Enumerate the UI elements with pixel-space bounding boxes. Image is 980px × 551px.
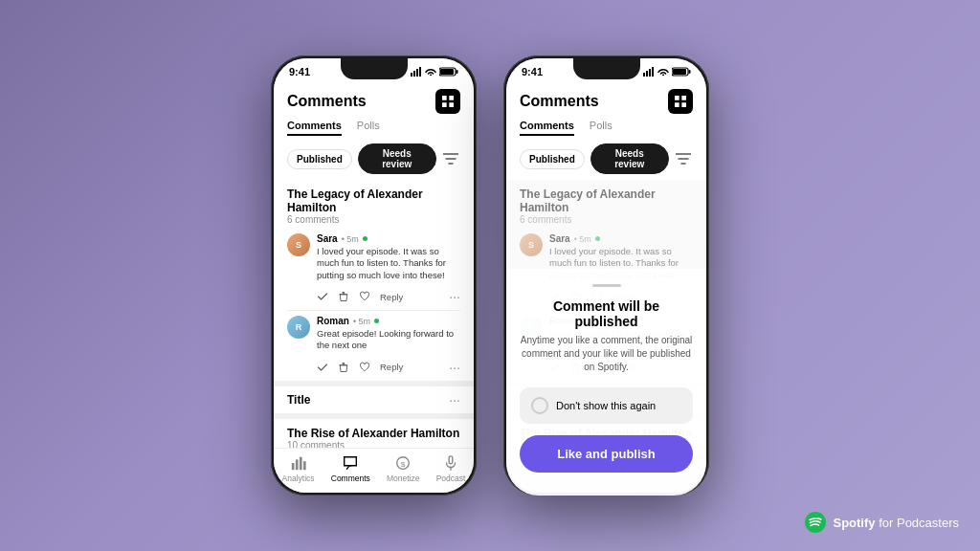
heart-roman-1[interactable] (359, 362, 370, 373)
app-header-2: Comments Comments Polls Published Needs … (506, 81, 706, 180)
filter-published-1[interactable]: Published (287, 149, 352, 169)
trash-roman-1[interactable] (338, 362, 349, 373)
heart-icon-roman (359, 362, 370, 373)
modal-overlay: Comment will be published Anytime you li… (506, 269, 706, 493)
like-publish-button[interactable]: Like and publish (520, 435, 693, 473)
filter-needs-review-1[interactable]: Needs review (358, 143, 436, 174)
check-icon-roman (317, 362, 328, 373)
more-roman-1[interactable]: ··· (449, 360, 460, 375)
reply-roman-1[interactable]: Reply (380, 362, 403, 372)
svg-rect-6 (440, 69, 454, 75)
status-icons-1 (411, 67, 458, 77)
online-dot-roman-1 (374, 319, 379, 323)
svg-rect-17 (649, 69, 651, 77)
modal-desc: Anytime you like a comment, the original… (520, 334, 693, 374)
app-title-1: Comments (287, 93, 367, 110)
grid-icon-2 (673, 94, 688, 109)
notch-2 (573, 58, 640, 79)
ep1-title: The Legacy of Alexander Hamilton (287, 187, 460, 214)
tab-polls-1[interactable]: Polls (357, 120, 380, 136)
content-1: The Legacy of Alexander Hamilton 6 comme… (274, 180, 474, 448)
comment-sara-1: S Sara • 5m I loved your episode. It was… (274, 229, 474, 286)
filter-options-2[interactable] (675, 149, 693, 168)
online-dot-sara-1 (363, 236, 368, 241)
heart-icon (359, 291, 370, 302)
svg-rect-13 (449, 456, 453, 464)
tab-polls-2[interactable]: Polls (590, 120, 612, 136)
filter-row-2: Published Needs review (520, 143, 693, 174)
notch (341, 58, 408, 79)
text-sara-1: I loved your episode. It was so much fun… (317, 246, 460, 281)
actions-sara-1: Reply ··· (274, 286, 474, 310)
reply-sara-1[interactable]: Reply (380, 292, 403, 302)
trash-icon-roman (338, 362, 349, 373)
podcast-icon (442, 454, 459, 472)
svg-rect-15 (643, 73, 645, 77)
tabs-row-2: Comments Polls (520, 120, 693, 136)
svg-rect-20 (689, 70, 691, 74)
nav-analytics-1[interactable]: Analytics (282, 454, 315, 483)
status-icons-2 (643, 67, 691, 77)
check-sara-1[interactable] (317, 291, 328, 302)
comment-roman-1: R Roman • 5m Great episode! Looking forw… (274, 311, 474, 357)
nav-podcast-1[interactable]: Podcast (436, 454, 466, 483)
dont-show-checkbox[interactable] (531, 397, 548, 414)
ep1-count-p2: 6 comments (520, 214, 693, 225)
signal-icon (411, 67, 422, 77)
checkbox-row[interactable]: Don't show this again (520, 387, 693, 424)
filter-row-1: Published Needs review (287, 143, 460, 174)
check-roman-1[interactable] (317, 362, 328, 373)
comments-icon (342, 454, 359, 472)
tabs-row-1: Comments Polls (287, 120, 460, 136)
nav-monetize-1[interactable]: $ Monetize (387, 454, 420, 483)
svg-point-22 (805, 512, 826, 533)
episode-1: The Legacy of Alexander Hamilton 6 comme… (274, 180, 474, 381)
checkbox-label: Don't show this again (556, 400, 656, 411)
heart-sara-1[interactable] (359, 291, 370, 302)
svg-rect-10 (303, 461, 306, 470)
filter-needs-review-2[interactable]: Needs review (590, 143, 669, 174)
monetize-icon: $ (394, 454, 412, 472)
ep1-title-p2: The Legacy of Alexander Hamilton (520, 187, 693, 214)
filter-options-1[interactable] (442, 149, 460, 168)
trash-sara-1[interactable] (338, 291, 349, 302)
tab-comments-1[interactable]: Comments (287, 120, 342, 136)
episode-2: The Rise of Alexander Hamilton 10 commen… (274, 419, 474, 448)
svg-rect-5 (457, 70, 458, 74)
section-more-1[interactable]: ··· (449, 392, 460, 408)
nav-monetize-label: Monetize (387, 474, 420, 483)
status-time-2: 9:41 (522, 66, 543, 77)
text-roman-1: Great episode! Looking forward to the ne… (317, 328, 460, 352)
phone-2: 9:41 Comments Comments Polls (503, 55, 709, 496)
trash-icon (338, 291, 349, 302)
filter-published-2[interactable]: Published (520, 149, 585, 169)
svg-rect-3 (419, 67, 421, 77)
phone-1: 9:41 Comments Comments Polls (271, 55, 477, 496)
time-roman-1: • 5m (353, 317, 370, 326)
modal-title: Comment will be published (520, 298, 693, 329)
svg-rect-16 (646, 71, 648, 77)
spotify-logo-icon (804, 511, 827, 534)
svg-rect-9 (299, 457, 301, 471)
signal-icon-2 (643, 67, 655, 77)
more-sara-1[interactable]: ··· (449, 289, 460, 304)
svg-rect-1 (413, 71, 415, 77)
bottom-nav-1: Analytics Comments $ Monetize Podcast (274, 448, 474, 493)
header-icon-2[interactable] (668, 89, 693, 114)
svg-rect-0 (411, 73, 412, 77)
svg-rect-8 (295, 459, 298, 470)
app-header-1: Comments Comments Polls Published Needs … (274, 81, 474, 180)
nav-comments-1[interactable]: Comments (331, 454, 370, 483)
wifi-icon (425, 68, 436, 76)
tab-comments-2[interactable]: Comments (520, 120, 574, 136)
section-title-1: Title ··· (274, 386, 474, 413)
filter-icon-2 (676, 153, 691, 165)
online-dot-sara-2 (595, 236, 600, 241)
nav-comments-label: Comments (331, 474, 370, 483)
header-icon-1[interactable] (435, 89, 460, 114)
wifi-icon-2 (657, 68, 669, 76)
nav-podcast-label: Podcast (436, 474, 466, 483)
nav-analytics-label: Analytics (282, 474, 315, 483)
svg-text:$: $ (401, 460, 406, 469)
spotify-brand: Spotify for Podcasters (804, 511, 959, 534)
